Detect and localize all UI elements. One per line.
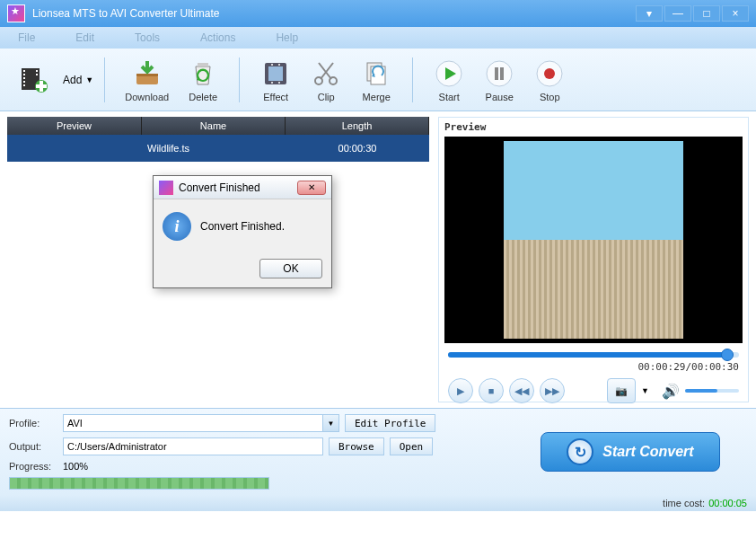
add-label: Add (63, 74, 82, 86)
convert-finished-dialog: Convert Finished ✕ i Convert Finished. O… (153, 175, 332, 288)
play-icon (433, 57, 465, 90)
player-forward-button[interactable]: ▶▶ (540, 378, 565, 403)
volume-icon[interactable]: 🔊 (662, 383, 680, 400)
merge-icon (360, 57, 392, 90)
svg-rect-4 (23, 81, 25, 83)
progress-bar (9, 477, 269, 490)
browse-button[interactable]: Browse (329, 437, 384, 455)
download-icon (131, 57, 163, 90)
snapshot-button[interactable]: 📷 (607, 378, 636, 403)
time-display: 00:00:29/00:00:30 (448, 361, 739, 373)
add-button[interactable] (18, 63, 50, 97)
convert-icon: ↻ (567, 438, 593, 465)
delete-label: Delete (189, 92, 217, 102)
toolbar: Add▼ Download Delete Effect Clip Merge S… (0, 49, 756, 111)
cell-length: 00:00:30 (286, 143, 429, 154)
svg-point-19 (278, 64, 280, 66)
snapshot-dropdown[interactable]: ▼ (641, 386, 649, 395)
player-stop-button[interactable]: ■ (479, 378, 504, 403)
dialog-close-button[interactable]: ✕ (297, 181, 326, 195)
table-row[interactable]: Wildlife.ts 00:00:30 (7, 135, 429, 162)
add-dropdown[interactable]: Add▼ (63, 74, 93, 86)
pause-label: Pause (486, 92, 514, 102)
delete-icon (187, 57, 219, 90)
svg-point-20 (271, 82, 273, 84)
svg-rect-5 (23, 84, 25, 86)
effect-button[interactable]: Effect (259, 57, 292, 102)
pause-button[interactable]: Pause (483, 57, 515, 102)
dialog-logo-icon (159, 181, 173, 195)
svg-rect-1 (23, 70, 25, 72)
seek-slider[interactable] (448, 352, 739, 358)
start-convert-button[interactable]: ↻ Start Convert (541, 432, 720, 472)
close-button[interactable]: × (722, 5, 749, 22)
maximize-button[interactable]: □ (693, 5, 720, 22)
time-cost-value: 00:00:05 (708, 498, 747, 508)
svg-rect-13 (198, 63, 208, 66)
svg-rect-6 (36, 70, 38, 72)
progress-value: 100% (63, 461, 88, 472)
output-input[interactable]: C:/Users/Administrator (63, 437, 323, 455)
open-button[interactable]: Open (390, 437, 434, 455)
merge-button[interactable]: Merge (360, 57, 392, 102)
profile-label: Profile: (9, 418, 63, 429)
profile-input[interactable]: AVI (63, 414, 323, 432)
preview-label: Preview (444, 121, 743, 133)
output-label: Output: (9, 441, 63, 452)
menu-help[interactable]: Help (276, 31, 298, 44)
profile-dropdown-button[interactable]: ▼ (323, 414, 339, 432)
effect-icon (259, 57, 292, 90)
start-button[interactable]: Start (433, 57, 465, 102)
window-title: Lionsea MTS to AVI Converter Ultimate (32, 7, 636, 20)
stop-label: Stop (540, 92, 560, 102)
volume-slider[interactable] (685, 389, 739, 393)
menubar: File Edit Tools Actions Help (0, 27, 756, 49)
download-button[interactable]: Download (125, 57, 169, 102)
player-rewind-button[interactable]: ◀◀ (509, 378, 534, 403)
column-name[interactable]: Name (142, 117, 286, 135)
edit-profile-button[interactable]: Edit Profile (345, 414, 435, 432)
download-label: Download (125, 92, 169, 102)
column-preview[interactable]: Preview (7, 117, 142, 135)
table-header: Preview Name Length (7, 117, 429, 135)
menu-file[interactable]: File (18, 31, 35, 44)
svg-rect-10 (36, 84, 47, 88)
menu-actions[interactable]: Actions (200, 31, 235, 44)
svg-rect-33 (500, 67, 504, 80)
svg-point-31 (487, 61, 512, 86)
preview-panel: Preview 00:00:29/00:00:30 ▶ ■ ◀◀ ▶▶ 📷 ▼ … (438, 117, 749, 402)
clip-label: Clip (318, 92, 335, 102)
time-cost-label: time cost: (663, 498, 705, 508)
dialog-message: Convert Finished. (200, 220, 285, 233)
player-play-button[interactable]: ▶ (448, 378, 473, 403)
menu-edit[interactable]: Edit (75, 31, 94, 44)
svg-rect-3 (23, 77, 25, 79)
info-icon: i (163, 212, 191, 241)
merge-label: Merge (363, 92, 391, 102)
stop-button[interactable]: Stop (533, 57, 566, 102)
dialog-titlebar[interactable]: Convert Finished ✕ (154, 176, 331, 199)
caret-down-icon: ▼ (85, 75, 93, 84)
delete-button[interactable]: Delete (187, 57, 219, 102)
cell-name: Wildlife.ts (142, 143, 286, 154)
start-label: Start (439, 92, 460, 102)
minimize-button[interactable]: — (664, 5, 691, 22)
pause-icon (483, 57, 515, 90)
dialog-ok-button[interactable]: OK (259, 259, 322, 278)
svg-point-35 (544, 68, 555, 79)
clip-button[interactable]: Clip (310, 57, 342, 102)
titlebar: Lionsea MTS to AVI Converter Ultimate ▾ … (0, 0, 756, 27)
pin-button[interactable]: ▾ (636, 5, 663, 22)
svg-rect-17 (268, 66, 283, 81)
menu-tools[interactable]: Tools (135, 31, 160, 44)
svg-point-21 (278, 82, 280, 84)
column-length[interactable]: Length (286, 117, 429, 135)
video-display[interactable] (444, 137, 743, 343)
convert-label: Start Convert (602, 444, 693, 460)
clip-icon (310, 57, 342, 90)
app-logo-icon (7, 4, 25, 22)
svg-line-24 (321, 63, 333, 79)
progress-label: Progress: (9, 461, 63, 472)
stop-icon (533, 57, 566, 90)
film-add-icon (18, 63, 50, 95)
